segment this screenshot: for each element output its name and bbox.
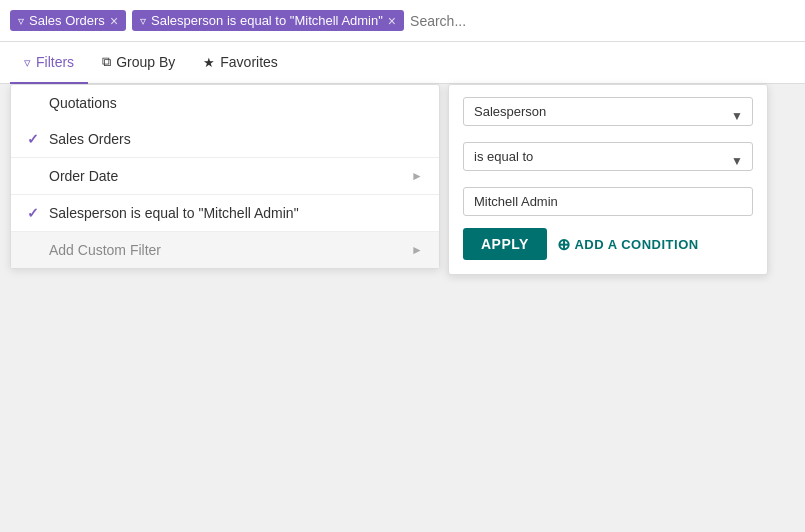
filter-tab-icon: ▿ bbox=[24, 55, 31, 70]
dropdown-item-salesperson-filter[interactable]: ✓ Salesperson is equal to "Mitchell Admi… bbox=[11, 195, 439, 231]
dropdown-section-basic: Quotations ✓ Sales Orders bbox=[11, 85, 439, 158]
apply-button[interactable]: APPLY bbox=[463, 228, 547, 260]
dropdown-section-salesperson: ✓ Salesperson is equal to "Mitchell Admi… bbox=[11, 195, 439, 232]
custom-filter-arrow-icon: ► bbox=[411, 243, 423, 257]
plus-circle-icon: ⊕ bbox=[557, 235, 571, 254]
favorites-tab-icon: ★ bbox=[203, 55, 215, 70]
filter-tag-sales-orders-close[interactable]: × bbox=[110, 14, 118, 28]
field-selector[interactable]: Salesperson Order Date Customer Status bbox=[463, 97, 753, 126]
custom-filter-label: Add Custom Filter bbox=[49, 242, 161, 258]
field-selector-wrapper: Salesperson Order Date Customer Status ▼ bbox=[463, 97, 753, 134]
tabs-row: ▿ Filters ⧉ Group By ★ Favorites bbox=[0, 42, 805, 84]
order-date-arrow-icon: ► bbox=[411, 169, 423, 183]
tab-filters[interactable]: ▿ Filters bbox=[10, 42, 88, 84]
tab-favorites-label: Favorites bbox=[220, 54, 278, 70]
search-bar: ▿ Sales Orders × ▿ Salesperson is equal … bbox=[0, 0, 805, 42]
search-input[interactable] bbox=[410, 13, 795, 29]
quotations-label: Quotations bbox=[49, 95, 117, 111]
tab-groupby[interactable]: ⧉ Group By bbox=[88, 42, 189, 84]
add-condition-button[interactable]: ⊕ ADD A CONDITION bbox=[557, 235, 699, 254]
groupby-tab-icon: ⧉ bbox=[102, 54, 111, 70]
operator-selector[interactable]: is equal to is not equal to contains doe… bbox=[463, 142, 753, 171]
sales-orders-label: Sales Orders bbox=[49, 131, 131, 147]
filter-icon-2: ▿ bbox=[140, 14, 146, 28]
filter-tag-salesperson-close[interactable]: × bbox=[388, 14, 396, 28]
dropdown-item-order-date[interactable]: Order Date ► bbox=[11, 158, 439, 194]
filter-tag-sales-orders-label: Sales Orders bbox=[29, 13, 105, 28]
tab-groupby-label: Group By bbox=[116, 54, 175, 70]
order-date-label: Order Date bbox=[49, 168, 118, 184]
check-salesperson: ✓ bbox=[27, 205, 41, 221]
subpanel-buttons: APPLY ⊕ ADD A CONDITION bbox=[463, 228, 753, 260]
filters-dropdown: Quotations ✓ Sales Orders Order Date ► ✓… bbox=[10, 84, 440, 269]
dropdown-item-sales-orders[interactable]: ✓ Sales Orders bbox=[11, 121, 439, 157]
dropdown-item-custom-filter[interactable]: Add Custom Filter ► bbox=[11, 232, 439, 268]
tab-filters-label: Filters bbox=[36, 54, 74, 70]
check-sales-orders: ✓ bbox=[27, 131, 41, 147]
filter-value-input[interactable] bbox=[463, 187, 753, 216]
dropdown-section-date: Order Date ► bbox=[11, 158, 439, 195]
filter-icon-1: ▿ bbox=[18, 14, 24, 28]
custom-filter-subpanel: Salesperson Order Date Customer Status ▼… bbox=[448, 84, 768, 275]
tab-favorites[interactable]: ★ Favorites bbox=[189, 42, 292, 84]
salesperson-filter-label: Salesperson is equal to "Mitchell Admin" bbox=[49, 205, 299, 221]
filter-tag-salesperson-label: Salesperson is equal to "Mitchell Admin" bbox=[151, 13, 383, 28]
filter-tag-salesperson[interactable]: ▿ Salesperson is equal to "Mitchell Admi… bbox=[132, 10, 404, 31]
add-condition-label: ADD A CONDITION bbox=[574, 237, 698, 252]
filter-tag-sales-orders[interactable]: ▿ Sales Orders × bbox=[10, 10, 126, 31]
operator-selector-wrapper: is equal to is not equal to contains doe… bbox=[463, 142, 753, 179]
dropdown-item-quotations[interactable]: Quotations bbox=[11, 85, 439, 121]
